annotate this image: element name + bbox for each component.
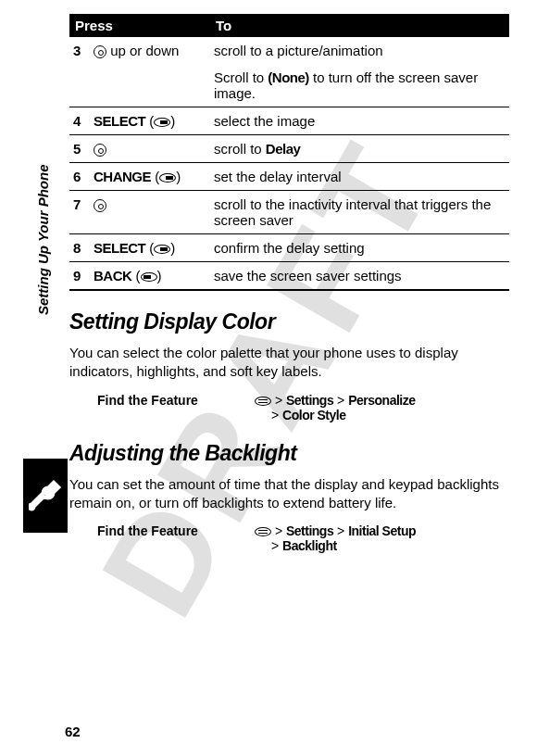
instruction-table: Press To 3 up or down scroll to a pictur… [69, 14, 509, 291]
section-body: You can select the color palette that yo… [69, 344, 509, 382]
find-feature-row: Find the Feature > Settings > Personaliz… [97, 393, 509, 422]
sidebar-section-label: Setting Up Your Phone [35, 164, 51, 315]
table-row: 4 SELECT () select the image [69, 107, 509, 135]
header-to: To [210, 14, 509, 37]
header-press: Press [69, 14, 210, 37]
table-row: 5 scroll to Delay [69, 135, 509, 163]
wrench-icon [23, 459, 68, 533]
page-content: Press To 3 up or down scroll to a pictur… [69, 14, 509, 566]
nav-key-icon [94, 144, 106, 157]
left-softkey-icon [141, 272, 157, 282]
table-row: 6 CHANGE () set the delay interval [69, 163, 509, 191]
table-row: 8 SELECT () confirm the delay setting [69, 234, 509, 262]
right-softkey-icon [154, 118, 170, 127]
table-row: Scroll to (None) to turn off the screen … [69, 64, 509, 107]
section-heading-display-color: Setting Display Color [69, 309, 509, 334]
right-softkey-icon [159, 173, 176, 183]
nav-key-icon [94, 45, 106, 58]
feature-path: > Settings > Initial Setup > Backlight [255, 523, 509, 553]
menu-key-icon [255, 527, 271, 536]
table-row: 7 scroll to the inactivity interval that… [69, 191, 509, 234]
feature-path: > Settings > Personalize > Color Style [255, 393, 509, 422]
find-feature-label: Find the Feature [97, 523, 255, 553]
table-row: 3 up or down scroll to a picture/animati… [69, 37, 509, 64]
find-feature-row: Find the Feature > Settings > Initial Se… [97, 523, 509, 553]
table-row: 9 BACK () save the screen saver settings [69, 262, 509, 291]
find-feature-label: Find the Feature [97, 393, 255, 422]
section-body: You can set the amount of time that the … [69, 475, 509, 513]
menu-key-icon [255, 397, 271, 406]
nav-key-icon [94, 199, 106, 212]
page-number: 62 [65, 724, 81, 739]
section-heading-backlight: Adjusting the Backlight [69, 441, 509, 466]
right-softkey-icon [154, 245, 170, 254]
